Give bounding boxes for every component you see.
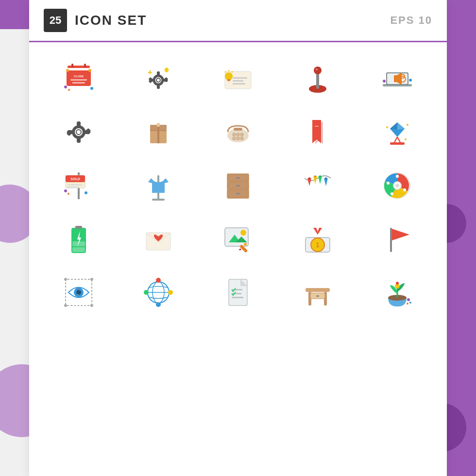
svg-rect-15 xyxy=(157,85,160,89)
svg-point-113 xyxy=(395,184,399,187)
svg-point-66 xyxy=(232,133,236,136)
svg-rect-53 xyxy=(77,138,81,143)
header-number: 25 xyxy=(44,9,67,32)
svg-point-7 xyxy=(66,69,69,72)
svg-rect-90 xyxy=(68,187,79,188)
icon-tshirt-display[interactable] xyxy=(119,159,198,212)
icon-bookmark[interactable] xyxy=(278,105,357,159)
svg-text:SOLD: SOLD xyxy=(70,177,80,181)
svg-rect-89 xyxy=(68,184,82,186)
header: 25 ICON SET EPS 10 xyxy=(29,0,447,42)
icon-diamond-award[interactable] xyxy=(357,105,437,159)
svg-point-149 xyxy=(156,278,161,283)
svg-point-92 xyxy=(85,191,87,194)
svg-point-145 xyxy=(90,304,93,307)
svg-line-36 xyxy=(225,71,226,72)
svg-rect-63 xyxy=(157,123,160,127)
svg-rect-33 xyxy=(227,79,230,81)
svg-point-69 xyxy=(232,136,236,140)
icon-love-letter[interactable] xyxy=(119,212,198,266)
svg-point-108 xyxy=(314,175,316,177)
svg-point-9 xyxy=(64,85,67,88)
svg-rect-102 xyxy=(236,193,240,194)
svg-marker-136 xyxy=(392,229,409,240)
svg-rect-6 xyxy=(72,82,85,84)
icon-box[interactable] xyxy=(119,105,198,159)
icon-laptop-megaphone[interactable] xyxy=(357,52,437,105)
icon-settings-sparkle[interactable] xyxy=(119,52,198,105)
svg-rect-135 xyxy=(390,228,392,252)
svg-rect-81 xyxy=(390,142,405,145)
svg-point-11 xyxy=(68,89,70,91)
svg-rect-119 xyxy=(75,226,82,229)
icon-medal[interactable]: 1 xyxy=(278,212,357,266)
svg-marker-44 xyxy=(394,75,397,82)
svg-point-115 xyxy=(403,188,406,191)
icon-sold-sign[interactable]: SOLD xyxy=(39,159,119,212)
icon-photo-edit[interactable] xyxy=(198,212,278,266)
svg-point-67 xyxy=(236,133,240,136)
icon-flag[interactable] xyxy=(357,212,437,266)
svg-point-169 xyxy=(396,282,399,285)
icon-checklist[interactable] xyxy=(198,266,278,319)
icons-grid: CLOSE xyxy=(29,42,447,329)
svg-marker-78 xyxy=(390,122,397,130)
icon-joystick[interactable] xyxy=(278,52,357,105)
svg-rect-3 xyxy=(67,70,91,86)
svg-point-40 xyxy=(316,68,318,70)
svg-marker-129 xyxy=(238,248,241,250)
svg-point-48 xyxy=(383,80,386,83)
icon-battery[interactable] xyxy=(39,212,119,266)
icon-idea-card[interactable] xyxy=(198,52,278,105)
svg-point-130 xyxy=(244,243,247,246)
svg-rect-75 xyxy=(315,126,319,127)
svg-text:CLOSE: CLOSE xyxy=(74,75,84,78)
icon-film-reel[interactable] xyxy=(357,159,437,212)
svg-marker-77 xyxy=(397,122,405,130)
svg-rect-101 xyxy=(236,185,240,187)
svg-marker-105 xyxy=(318,176,322,184)
svg-point-117 xyxy=(387,182,390,185)
icon-gear[interactable] xyxy=(39,105,119,159)
svg-rect-30 xyxy=(233,80,243,82)
icon-plant-bowl[interactable] xyxy=(357,266,437,319)
svg-point-70 xyxy=(236,136,240,140)
icon-globe-network[interactable] xyxy=(119,266,198,319)
svg-rect-0 xyxy=(68,66,90,68)
svg-rect-31 xyxy=(233,83,245,85)
svg-point-142 xyxy=(64,278,67,281)
svg-point-32 xyxy=(225,72,233,80)
svg-point-110 xyxy=(325,177,327,179)
icon-bunting[interactable] xyxy=(278,159,357,212)
svg-point-114 xyxy=(396,175,399,178)
svg-point-127 xyxy=(240,230,246,236)
icon-table[interactable] xyxy=(278,266,357,319)
svg-point-82 xyxy=(407,124,408,126)
svg-point-71 xyxy=(240,136,244,140)
svg-point-144 xyxy=(64,304,67,307)
svg-point-39 xyxy=(314,67,322,74)
header-title: ICON SET xyxy=(75,13,390,28)
svg-rect-158 xyxy=(232,289,242,290)
svg-point-107 xyxy=(308,177,310,179)
svg-marker-131 xyxy=(313,228,322,235)
svg-rect-29 xyxy=(233,77,247,79)
svg-marker-103 xyxy=(307,178,311,186)
svg-rect-161 xyxy=(306,288,330,292)
svg-point-152 xyxy=(168,290,173,295)
svg-point-171 xyxy=(409,302,411,304)
svg-point-170 xyxy=(407,298,410,301)
svg-text:1: 1 xyxy=(316,241,320,249)
svg-point-10 xyxy=(90,87,93,90)
svg-rect-95 xyxy=(152,199,165,201)
svg-rect-160 xyxy=(232,297,243,298)
svg-point-143 xyxy=(90,278,93,281)
icon-telephone[interactable] xyxy=(198,105,278,159)
svg-rect-165 xyxy=(316,295,319,297)
svg-rect-2 xyxy=(84,64,86,68)
svg-point-13 xyxy=(156,78,160,82)
icon-eye-compass[interactable] xyxy=(39,266,119,319)
icon-drawers[interactable] xyxy=(198,159,278,212)
svg-point-51 xyxy=(76,130,81,135)
icon-close-sign[interactable]: CLOSE xyxy=(39,52,119,105)
